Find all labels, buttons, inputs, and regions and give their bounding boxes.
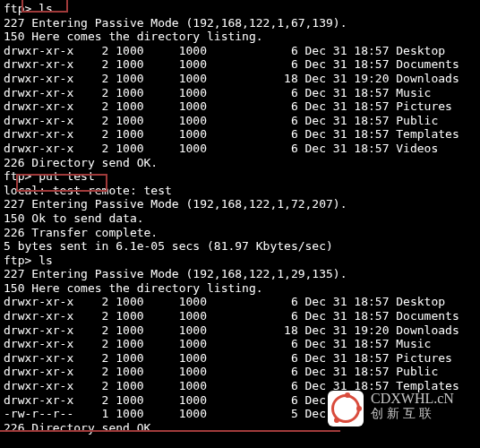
terminal-line: 227 Entering Passive Mode (192,168,122,1… bbox=[4, 267, 459, 281]
terminal-line: local: test remote: test bbox=[4, 184, 459, 198]
terminal-line: drwxr-xr-x 2 1000 1000 6 Dec 31 bbox=[4, 393, 459, 408]
terminal-line: drwxr-xr-x 2 1000 1000 6 Dec 31 18:57 Pu… bbox=[4, 365, 459, 379]
terminal-output[interactable]: ftp> ls227 Entering Passive Mode (192,16… bbox=[0, 0, 463, 436]
terminal-line: 150 Here comes the directory listing. bbox=[4, 281, 459, 296]
terminal-line: 226 Directory send OK. bbox=[4, 421, 459, 435]
terminal-line: ftp> ls bbox=[4, 2, 459, 16]
terminal-line: 226 Directory send OK. bbox=[4, 156, 459, 170]
terminal-line: 150 Here comes the directory listing. bbox=[4, 30, 459, 44]
terminal-line: drwxr-xr-x 2 1000 1000 18 Dec 31 19:20 D… bbox=[4, 323, 459, 338]
terminal-line: drwxr-xr-x 2 1000 1000 6 Dec 31 18:57 De… bbox=[4, 44, 459, 58]
terminal-line: drwxr-xr-x 2 1000 1000 18 Dec 31 19:20 D… bbox=[4, 72, 459, 86]
terminal-line: drwxr-xr-x 2 1000 1000 6 Dec 31 18:57 Do… bbox=[4, 309, 459, 323]
terminal-line: drwxr-xr-x 2 1000 1000 6 Dec 31 18:57 Vi… bbox=[4, 142, 459, 156]
terminal-line: 227 Entering Passive Mode (192,168,122,1… bbox=[4, 197, 459, 211]
terminal-line: drwxr-xr-x 2 1000 1000 6 Dec 31 18:57 Pi… bbox=[4, 351, 459, 366]
terminal-line: drwxr-xr-x 2 1000 1000 6 Dec 31 18:57 Te… bbox=[4, 379, 459, 393]
terminal-line: 150 Ok to send data. bbox=[4, 211, 459, 226]
terminal-line: drwxr-xr-x 2 1000 1000 6 Dec 31 18:57 De… bbox=[4, 295, 459, 309]
terminal-line: drwxr-xr-x 2 1000 1000 6 Dec 31 18:57 Pi… bbox=[4, 99, 459, 114]
terminal-line: 227 Entering Passive Mode (192,168,122,1… bbox=[4, 16, 459, 30]
terminal-line: drwxr-xr-x 2 1000 1000 6 Dec 31 18:57 Mu… bbox=[4, 86, 459, 100]
terminal-line: ftp> ls bbox=[4, 254, 459, 268]
terminal-line: 226 Transfer complete. bbox=[4, 226, 459, 240]
terminal-line: 5 bytes sent in 6.1e-05 secs (81.97 Kbyt… bbox=[4, 239, 459, 254]
terminal-line: drwxr-xr-x 2 1000 1000 6 Dec 31 18:57 Mu… bbox=[4, 337, 459, 351]
terminal-line: drwxr-xr-x 2 1000 1000 6 Dec 31 18:57 Do… bbox=[4, 57, 459, 72]
terminal-line: drwxr-xr-x 2 1000 1000 6 Dec 31 18:57 Pu… bbox=[4, 114, 459, 128]
terminal-line: drwxr-xr-x 2 1000 1000 6 Dec 31 18:57 Te… bbox=[4, 127, 459, 142]
terminal-line: -rw-r--r-- 1 1000 1000 5 Dec 31 bbox=[4, 407, 459, 421]
terminal-line: ftp> put test bbox=[4, 169, 459, 184]
